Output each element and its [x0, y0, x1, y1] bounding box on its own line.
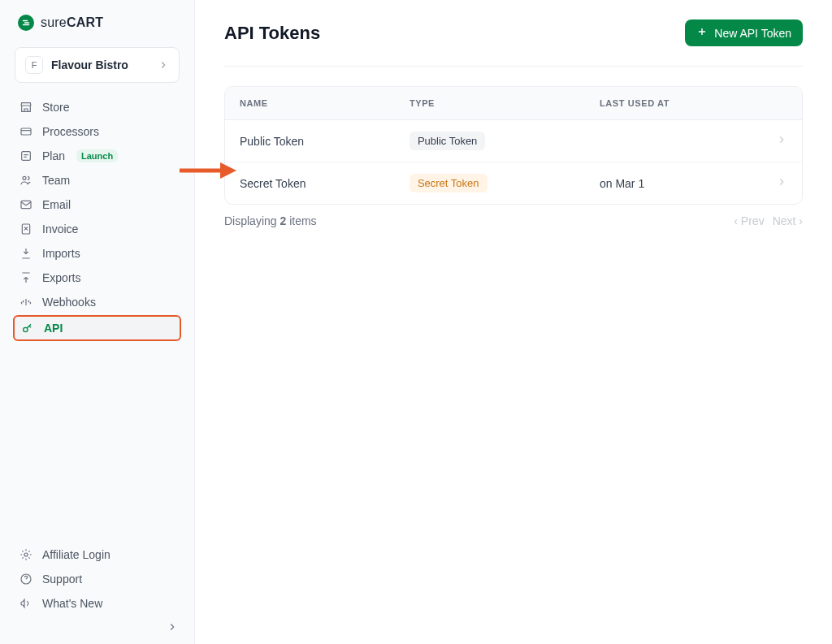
sidebar-item-label: Webhooks [42, 296, 96, 309]
import-icon [20, 247, 32, 260]
sidebar-item-store[interactable]: Store [13, 96, 181, 119]
api-tokens-table: NAME TYPE LAST USED AT Public TokenPubli… [224, 86, 803, 205]
page-title: API Tokens [224, 23, 320, 44]
col-action [761, 87, 802, 120]
sidebar-item-label: Email [42, 198, 71, 211]
token-last-used [585, 120, 761, 162]
export-icon [20, 271, 32, 284]
token-last-used: on Mar 1 [585, 162, 761, 205]
svg-point-6 [24, 553, 28, 556]
sidebar-item-api[interactable]: API [13, 315, 181, 341]
org-switcher[interactable]: F Flavour Bistro [15, 47, 180, 83]
sidebar-item-label: Invoice [42, 223, 78, 236]
button-label: New API Token [714, 27, 791, 40]
sidebar-item-processors[interactable]: Processors [13, 120, 181, 143]
row-chevron [761, 162, 802, 205]
main-content: API Tokens New API Token NAME TYPE LAST … [195, 0, 832, 644]
table-footer: Displaying 2 items ‹ Prev Next › [224, 214, 803, 227]
token-name: Secret Token [225, 162, 395, 205]
support-icon [20, 573, 32, 586]
org-avatar: F [25, 56, 43, 74]
sidebar-item-invoice[interactable]: Invoice [13, 218, 181, 240]
sidebar-item-webhooks[interactable]: Webhooks [13, 291, 181, 313]
svg-point-2 [23, 176, 26, 179]
row-chevron [761, 120, 802, 162]
plan-badge: Launch [76, 149, 118, 162]
chevron-right-icon [158, 59, 169, 71]
sidebar: sureCART F Flavour Bistro Store Processo… [0, 0, 195, 644]
sidebar-item-label: Exports [42, 271, 80, 284]
plus-icon [696, 26, 708, 40]
sidebar-item-team[interactable]: Team [13, 169, 181, 192]
sidebar-item-imports[interactable]: Imports [13, 242, 181, 265]
sidebar-item-label: Imports [42, 247, 80, 260]
sidebar-nav: Store Processors Plan Launch Team Emai [0, 96, 194, 341]
sidebar-item-label: Team [42, 174, 70, 187]
brand-text: sureCART [41, 15, 103, 30]
pager: ‹ Prev Next › [734, 214, 803, 227]
type-badge: Secret Token [410, 174, 488, 192]
sidebar-item-affiliate[interactable]: Affiliate Login [13, 543, 181, 566]
sidebar-item-label: Store [42, 101, 69, 114]
sidebar-item-support[interactable]: Support [13, 568, 181, 590]
brand: sureCART [0, 15, 194, 47]
plan-icon [20, 149, 32, 162]
card-icon [20, 125, 32, 138]
col-last-used: LAST USED AT [585, 87, 761, 120]
token-type: Public Token [395, 120, 585, 162]
email-icon [20, 198, 32, 211]
svg-rect-0 [21, 128, 31, 135]
page-header: API Tokens New API Token [224, 19, 803, 67]
api-key-icon [21, 322, 34, 335]
sidebar-item-label: Support [42, 573, 82, 586]
pager-next[interactable]: Next › [773, 214, 803, 227]
pager-prev[interactable]: ‹ Prev [734, 214, 764, 227]
svg-point-5 [24, 327, 28, 331]
col-name: NAME [225, 87, 395, 120]
sidebar-bottom-nav: Affiliate Login Support What's New [0, 543, 194, 615]
svg-rect-1 [22, 152, 31, 161]
table-row[interactable]: Secret TokenSecret Tokenon Mar 1 [225, 162, 802, 205]
webhook-icon [20, 296, 32, 309]
sidebar-footer[interactable] [0, 615, 194, 633]
col-type: TYPE [395, 87, 585, 120]
token-type: Secret Token [395, 162, 585, 205]
brand-mark-icon [18, 15, 34, 31]
sidebar-item-plan[interactable]: Plan Launch [13, 145, 181, 167]
new-api-token-button[interactable]: New API Token [685, 19, 803, 46]
sidebar-item-label: What's New [42, 597, 102, 610]
displaying-count: Displaying 2 items [224, 214, 317, 227]
type-badge: Public Token [410, 132, 485, 150]
token-name: Public Token [225, 120, 395, 162]
sidebar-item-label: Affiliate Login [42, 548, 110, 561]
sidebar-item-label: Plan [42, 149, 65, 162]
team-icon [20, 174, 32, 187]
org-name: Flavour Bistro [51, 58, 150, 71]
sidebar-item-email[interactable]: Email [13, 193, 181, 216]
table-row[interactable]: Public TokenPublic Token [225, 120, 802, 162]
sidebar-item-whatsnew[interactable]: What's New [13, 592, 181, 615]
invoice-icon [20, 223, 32, 236]
affiliate-icon [20, 548, 32, 561]
store-icon [20, 101, 32, 114]
sidebar-item-label: API [44, 322, 63, 335]
sidebar-item-exports[interactable]: Exports [13, 266, 181, 289]
chevron-right-icon [167, 621, 178, 633]
sidebar-item-label: Processors [42, 125, 99, 138]
megaphone-icon [20, 597, 32, 610]
